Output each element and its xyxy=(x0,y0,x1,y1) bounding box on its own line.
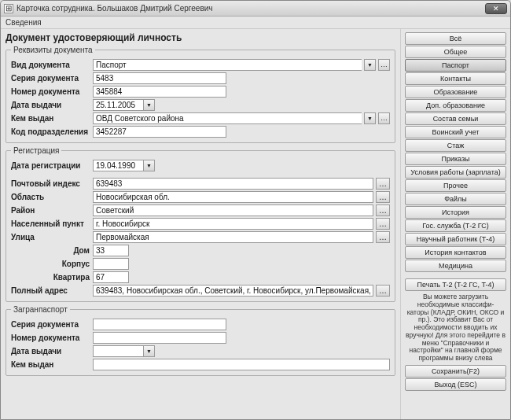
legend-document: Реквизиты документа xyxy=(11,46,95,54)
legend-foreign: Загранпаспорт xyxy=(11,305,70,314)
label-f-date: Дата выдачи xyxy=(11,347,90,356)
issued-by-picker[interactable]: … xyxy=(378,112,390,124)
titlebar[interactable]: ⊞ Карточка сотрудника. Большаков Дмитрий… xyxy=(1,1,510,17)
f-date-dropdown[interactable]: ▼ xyxy=(143,345,155,357)
sidebar-item-experience[interactable]: Стаж xyxy=(405,139,506,152)
zip-input[interactable] xyxy=(93,178,373,190)
sidebar-item-history[interactable]: История xyxy=(405,206,506,219)
region-picker[interactable]: … xyxy=(376,191,390,203)
save-button[interactable]: Сохранить(F2) xyxy=(405,365,506,378)
sidebar-item-contact-history[interactable]: История контактов xyxy=(405,246,506,259)
label-flat: Квартира xyxy=(11,273,90,282)
sidebar: Всё Общее Паспорт Контакты Образование Д… xyxy=(400,29,510,419)
label-f-issued-by: Кем выдан xyxy=(11,360,90,369)
doc-type-dropdown[interactable]: ▼ xyxy=(364,59,376,71)
sidebar-note: Вы можете загрузить необходимые классифи… xyxy=(405,292,506,364)
label-issued-by: Кем выдан xyxy=(11,114,90,123)
page-title: Документ удостоверяющий личность xyxy=(6,32,395,43)
menubar: Сведения xyxy=(1,17,510,29)
doc-type-picker[interactable]: … xyxy=(378,59,390,71)
sidebar-item-family[interactable]: Состав семьи xyxy=(405,112,506,125)
district-input[interactable] xyxy=(93,204,373,216)
city-picker[interactable]: … xyxy=(376,218,390,230)
app-icon: ⊞ xyxy=(4,4,13,13)
issue-date-dropdown[interactable]: ▼ xyxy=(143,99,155,111)
label-full-address: Полный адрес xyxy=(11,286,90,295)
fieldset-document: Реквизиты документа Вид документа ▼ … Се… xyxy=(6,46,395,143)
sidebar-item-general[interactable]: Общее xyxy=(405,46,506,58)
label-city: Населенный пункт xyxy=(11,219,90,228)
street-picker[interactable]: … xyxy=(376,231,390,243)
issue-date-input[interactable] xyxy=(93,99,143,111)
sidebar-item-medicine[interactable]: Медицина xyxy=(405,260,506,272)
flat-input[interactable] xyxy=(93,271,129,283)
label-region: Область xyxy=(11,193,90,201)
street-input[interactable] xyxy=(93,231,373,243)
sidebar-item-gov-service[interactable]: Гос. служба (Т-2 ГС) xyxy=(405,219,506,232)
f-date-input[interactable] xyxy=(93,345,143,357)
legend-registration: Регистрация xyxy=(11,146,61,155)
doc-type-input[interactable] xyxy=(93,59,362,71)
fieldset-registration: Регистрация Дата регистрации ▼ Почтовый … xyxy=(6,146,395,302)
issued-by-dropdown[interactable]: ▼ xyxy=(364,112,376,124)
label-house: Дом xyxy=(11,246,90,255)
label-dept-code: Код подразделения xyxy=(11,127,90,136)
fieldset-foreign-passport: Загранпаспорт Серия документа Номер доку… xyxy=(6,305,395,376)
doc-number-input[interactable] xyxy=(93,86,226,98)
sidebar-item-military[interactable]: Воинский учет xyxy=(405,126,506,138)
print-button[interactable]: Печать T-2 (T-2 ГС, T-4) xyxy=(405,278,506,291)
sidebar-item-orders[interactable]: Приказы xyxy=(405,153,506,165)
label-doc-type: Вид документа xyxy=(11,61,90,69)
reg-date-dropdown[interactable]: ▼ xyxy=(143,160,155,171)
full-address-picker[interactable]: … xyxy=(376,285,390,297)
city-input[interactable] xyxy=(93,218,373,230)
sidebar-item-contacts[interactable]: Контакты xyxy=(405,72,506,85)
label-f-series: Серия документа xyxy=(11,320,90,329)
reg-date-input[interactable] xyxy=(93,160,143,171)
main-panel: Документ удостоверяющий личность Реквизи… xyxy=(1,29,400,419)
district-picker[interactable]: … xyxy=(376,204,390,216)
window-title: Карточка сотрудника. Большаков Дмитрий С… xyxy=(17,4,485,13)
sidebar-item-education[interactable]: Образование xyxy=(405,86,506,98)
sidebar-item-add-education[interactable]: Доп. образование xyxy=(405,99,506,112)
sidebar-item-all[interactable]: Всё xyxy=(405,32,506,45)
label-zip: Почтовый индекс xyxy=(11,179,90,188)
label-street: Улица xyxy=(11,233,90,241)
doc-series-input[interactable] xyxy=(93,72,226,84)
issued-by-input[interactable] xyxy=(93,112,362,124)
label-district: Район xyxy=(11,206,90,215)
menu-item-info[interactable]: Сведения xyxy=(6,18,42,27)
label-building: Корпус xyxy=(11,260,90,268)
sidebar-item-other[interactable]: Прочее xyxy=(405,179,506,192)
label-reg-date: Дата регистрации xyxy=(11,161,90,170)
f-series-input[interactable] xyxy=(93,319,226,330)
sidebar-item-salary[interactable]: Условия работы (зарплата) xyxy=(405,166,506,179)
f-issued-by-input[interactable] xyxy=(93,359,390,370)
label-issue-date: Дата выдачи xyxy=(11,101,90,109)
label-doc-number: Номер документа xyxy=(11,87,90,96)
exit-button[interactable]: Выход (ESC) xyxy=(405,378,506,391)
region-input[interactable] xyxy=(93,191,373,203)
label-doc-series: Серия документа xyxy=(11,74,90,83)
dept-code-input[interactable] xyxy=(93,126,226,138)
building-input[interactable] xyxy=(93,258,129,270)
employee-card-window: ⊞ Карточка сотрудника. Большаков Дмитрий… xyxy=(0,0,511,420)
sidebar-item-scientist[interactable]: Научный работник (Т-4) xyxy=(405,233,506,245)
f-number-input[interactable] xyxy=(93,332,226,344)
label-f-number: Номер документа xyxy=(11,333,90,342)
sidebar-item-passport[interactable]: Паспорт xyxy=(405,59,506,72)
full-address-input[interactable] xyxy=(93,285,373,297)
sidebar-item-files[interactable]: Файлы xyxy=(405,193,506,205)
zip-picker[interactable]: … xyxy=(376,178,390,190)
close-button[interactable]: ✕ xyxy=(485,3,507,14)
house-input[interactable] xyxy=(93,245,129,256)
